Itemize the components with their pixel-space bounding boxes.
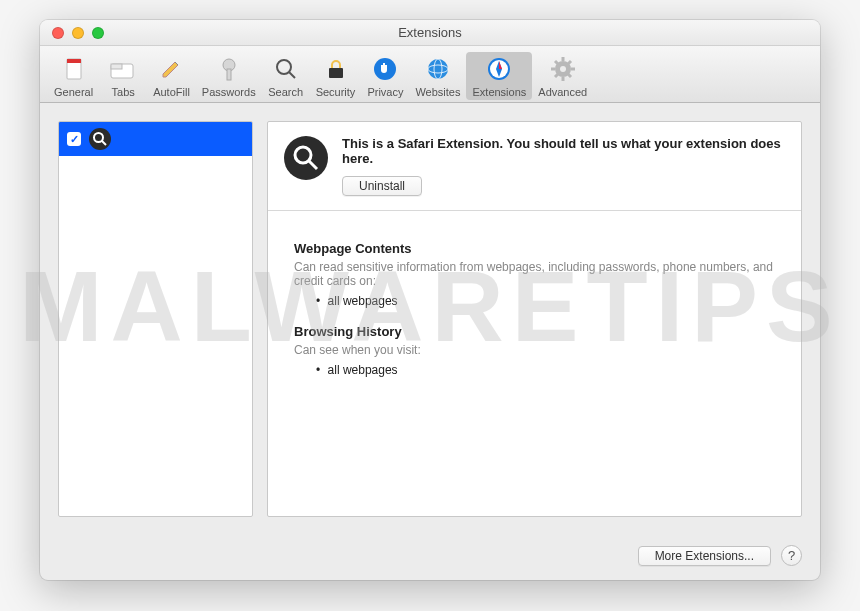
- svg-point-25: [94, 133, 103, 142]
- tab-autofill[interactable]: AutoFill: [147, 52, 196, 100]
- svg-line-22: [568, 74, 571, 77]
- extension-enable-checkbox[interactable]: ✓: [67, 132, 81, 146]
- svg-line-24: [568, 61, 571, 64]
- tab-tabs[interactable]: Tabs: [99, 52, 147, 100]
- extensions-list: ✓: [58, 121, 253, 517]
- svg-line-28: [309, 161, 317, 169]
- tab-general[interactable]: General: [48, 52, 99, 100]
- tab-privacy[interactable]: Privacy: [361, 52, 409, 100]
- svg-point-27: [295, 147, 311, 163]
- svg-point-6: [277, 60, 291, 74]
- tabs-icon: [108, 54, 138, 84]
- tab-tabs-label: Tabs: [112, 86, 135, 98]
- tab-security[interactable]: Security: [310, 52, 362, 100]
- tab-extensions-label: Extensions: [472, 86, 526, 98]
- tab-security-label: Security: [316, 86, 356, 98]
- svg-rect-1: [67, 59, 81, 63]
- lock-icon: [321, 54, 351, 84]
- magnifier-icon: [284, 136, 328, 180]
- tab-websites[interactable]: Websites: [409, 52, 466, 100]
- section-subtitle: Can see when you visit:: [294, 343, 775, 357]
- svg-rect-5: [227, 69, 231, 80]
- permission-item: all webpages: [316, 294, 775, 308]
- general-icon: [59, 54, 89, 84]
- tab-search-label: Search: [268, 86, 303, 98]
- svg-point-16: [560, 66, 566, 72]
- svg-rect-3: [111, 64, 122, 69]
- tab-autofill-label: AutoFill: [153, 86, 190, 98]
- tab-passwords-label: Passwords: [202, 86, 256, 98]
- preferences-window: Extensions General Tabs AutoFill Passwor…: [40, 20, 820, 580]
- search-icon: [271, 54, 301, 84]
- key-icon: [214, 54, 244, 84]
- svg-line-23: [555, 74, 558, 77]
- svg-line-7: [289, 72, 295, 78]
- content-area: ✓ This is a Safari Extension. You should…: [40, 103, 820, 535]
- svg-rect-8: [329, 68, 343, 78]
- more-extensions-button[interactable]: More Extensions...: [638, 546, 771, 566]
- magnifier-icon: [89, 128, 111, 150]
- hand-icon: [370, 54, 400, 84]
- pencil-icon: [156, 54, 186, 84]
- titlebar: Extensions: [40, 20, 820, 46]
- globe-icon: [423, 54, 453, 84]
- tab-advanced[interactable]: Advanced: [532, 52, 593, 100]
- compass-icon: [484, 54, 514, 84]
- permission-item: all webpages: [316, 363, 775, 377]
- extension-header: This is a Safari Extension. You should t…: [268, 122, 801, 211]
- extension-detail-panel: This is a Safari Extension. You should t…: [267, 121, 802, 517]
- tab-advanced-label: Advanced: [538, 86, 587, 98]
- extension-list-item[interactable]: ✓: [59, 122, 252, 156]
- footer: More Extensions... ?: [40, 535, 820, 580]
- svg-point-10: [428, 59, 448, 79]
- tab-websites-label: Websites: [415, 86, 460, 98]
- tab-privacy-label: Privacy: [367, 86, 403, 98]
- tab-search[interactable]: Search: [262, 52, 310, 100]
- tab-extensions[interactable]: Extensions: [466, 52, 532, 100]
- preferences-toolbar: General Tabs AutoFill Passwords Search: [40, 46, 820, 103]
- section-title: Browsing History: [294, 324, 775, 339]
- svg-line-26: [102, 141, 106, 145]
- gear-icon: [548, 54, 578, 84]
- svg-line-21: [555, 61, 558, 64]
- tab-general-label: General: [54, 86, 93, 98]
- section-subtitle: Can read sensitive information from webp…: [294, 260, 775, 288]
- permissions-body: Webpage Contents Can read sensitive info…: [268, 211, 801, 516]
- tab-passwords[interactable]: Passwords: [196, 52, 262, 100]
- window-title: Extensions: [40, 25, 820, 40]
- extension-description: This is a Safari Extension. You should t…: [342, 136, 785, 166]
- help-button[interactable]: ?: [781, 545, 802, 566]
- uninstall-button[interactable]: Uninstall: [342, 176, 422, 196]
- section-title: Webpage Contents: [294, 241, 775, 256]
